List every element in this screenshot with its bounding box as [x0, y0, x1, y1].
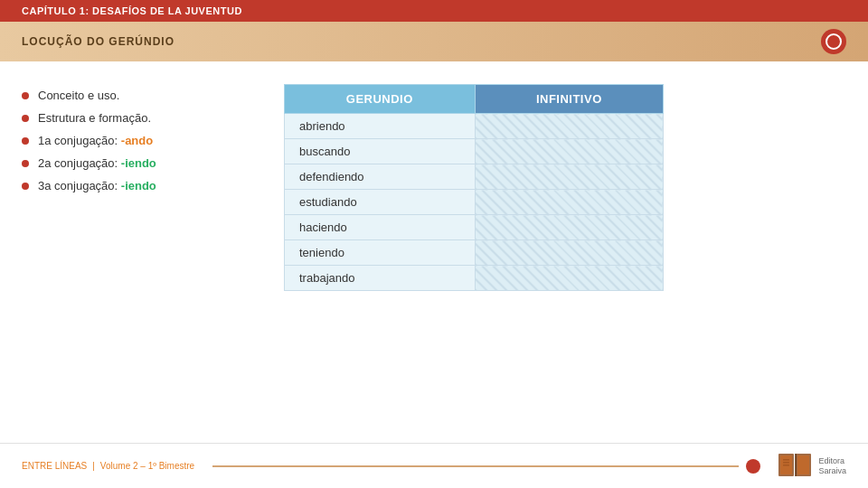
table-row: estudiando	[285, 190, 664, 215]
list-item: 3a conjugação: -iendo	[22, 179, 257, 192]
table-row: defendiendo	[285, 164, 664, 190]
bullet-dot	[22, 92, 29, 99]
cell-infinitivo	[475, 190, 663, 215]
page: CAPÍTULO 1: DESAFÍOS DE LA JUVENTUD LOCU…	[0, 0, 868, 488]
footer-separator: |	[92, 461, 95, 471]
footer-volume: Volume 2 – 1º Bimestre	[100, 461, 194, 471]
list-item: Conceito e uso.	[22, 89, 257, 102]
col-header-infinitivo: INFINITIVO	[475, 85, 663, 114]
table-row: buscando	[285, 139, 664, 164]
footer-line-container	[212, 459, 760, 474]
table-row: abriendo	[285, 114, 664, 139]
main-content: Conceito e uso. Estrutura e formação. 1a…	[0, 61, 868, 432]
table-row: teniendo	[285, 240, 664, 266]
svg-rect-7	[783, 465, 789, 466]
svg-rect-6	[783, 462, 789, 464]
cell-gerundio: trabajando	[285, 266, 476, 291]
cell-gerundio: defendiendo	[285, 164, 476, 190]
logo-text: Editora Saraiva	[818, 456, 846, 476]
svg-rect-3	[797, 455, 809, 474]
cell-infinitivo	[475, 139, 663, 164]
footer: ENTRE LÍNEAS | Volume 2 – 1º Bimestre Ed…	[0, 443, 868, 488]
logo-book-icon	[778, 452, 813, 481]
section-title: LOCUÇÃO DO GERÚNDIO	[22, 35, 175, 48]
table-row: trabajando	[285, 266, 664, 291]
bullet-dot	[22, 137, 29, 145]
bullet-dot	[22, 183, 29, 190]
cell-gerundio: estudiando	[285, 190, 476, 215]
highlight-iendo-2: -iendo	[121, 179, 156, 192]
bullet-text: 2a conjugação: -iendo	[38, 156, 156, 170]
footer-line	[212, 465, 739, 467]
cell-gerundio: buscando	[285, 139, 476, 164]
list-item: Estrutura e formação.	[22, 111, 257, 125]
chapter-bar: CAPÍTULO 1: DESAFÍOS DE LA JUVENTUD	[0, 0, 868, 22]
bullet-text: Estrutura e formação.	[38, 111, 151, 125]
cell-infinitivo	[475, 164, 663, 190]
list-item: 2a conjugação: -iendo	[22, 156, 257, 170]
cell-infinitivo	[475, 215, 663, 240]
footer-text: ENTRE LÍNEAS	[22, 461, 87, 471]
table-row: haciendo	[285, 215, 664, 240]
footer-circle	[746, 459, 760, 474]
footer-logo: Editora Saraiva	[778, 452, 846, 481]
cell-gerundio: abriendo	[285, 114, 476, 139]
bullet-text: Conceito e uso.	[38, 89, 119, 102]
bullet-dot	[22, 160, 29, 167]
section-icon	[821, 29, 846, 54]
gerundio-table: GERUNDIO INFINITIVO abriendobuscandodefe…	[284, 84, 664, 291]
logo-brand: Editora	[818, 456, 846, 466]
cell-infinitivo	[475, 240, 663, 266]
cell-infinitivo	[475, 114, 663, 139]
cell-infinitivo	[475, 266, 663, 291]
cell-gerundio: teniendo	[285, 240, 476, 266]
highlight-ando: -ando	[121, 134, 153, 147]
table-container: GERUNDIO INFINITIVO abriendobuscandodefe…	[284, 80, 846, 423]
bullet-dot	[22, 115, 29, 122]
highlight-iendo: -iendo	[121, 156, 156, 170]
col-header-gerundio: GERUNDIO	[285, 85, 476, 114]
section-bar: LOCUÇÃO DO GERÚNDIO	[0, 22, 868, 61]
bullet-list: Conceito e uso. Estrutura e formação. 1a…	[22, 80, 257, 423]
svg-rect-5	[783, 459, 789, 461]
bullet-text: 3a conjugação: -iendo	[38, 179, 156, 192]
list-item: 1a conjugação: -ando	[22, 134, 257, 147]
cell-gerundio: haciendo	[285, 215, 476, 240]
footer-left: ENTRE LÍNEAS | Volume 2 – 1º Bimestre	[22, 461, 194, 471]
bullet-text: 1a conjugação: -ando	[38, 134, 153, 147]
chapter-title: CAPÍTULO 1: DESAFÍOS DE LA JUVENTUD	[22, 5, 242, 16]
logo-name: Saraiva	[818, 466, 846, 476]
